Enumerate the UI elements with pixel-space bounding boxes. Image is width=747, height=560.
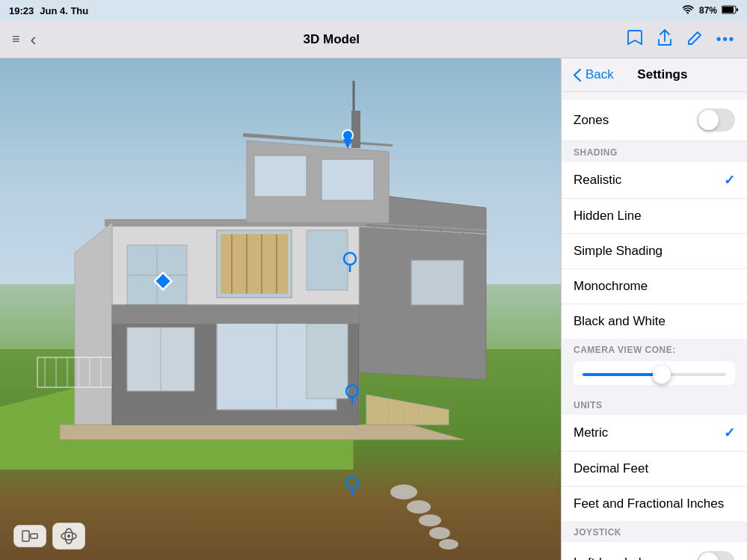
shading-realistic-check: ✓ <box>724 172 735 188</box>
camera-cone-slider[interactable] <box>582 373 726 376</box>
svg-marker-10 <box>75 223 112 432</box>
waypoint-3[interactable] <box>340 251 360 277</box>
svg-point-72 <box>346 477 358 489</box>
units-decimal-row[interactable]: Decimal Feet <box>562 452 747 487</box>
shading-bw-label: Black and White <box>574 314 665 329</box>
svg-rect-1 <box>722 7 734 13</box>
svg-rect-74 <box>22 531 29 541</box>
waypoint-5[interactable] <box>342 476 362 501</box>
svg-point-68 <box>344 253 356 265</box>
waypoint-2[interactable] <box>153 271 173 294</box>
shading-simpleshading-label: Simple Shading <box>574 244 663 259</box>
svg-point-78 <box>67 535 70 538</box>
units-metric-check: ✓ <box>724 425 735 441</box>
zones-row[interactable]: Zones <box>562 99 747 141</box>
svg-marker-45 <box>60 425 464 440</box>
settings-panel: Back Settings Zones SHADING Realistic ✓ … <box>561 58 747 560</box>
units-metric-row[interactable]: Metric ✓ <box>562 415 747 452</box>
waypoint-4[interactable] <box>342 384 362 409</box>
zones-toggle[interactable] <box>697 108 735 132</box>
svg-rect-2 <box>737 8 738 11</box>
lefthanded-label: Left-handed <box>574 556 642 561</box>
waypoint-1[interactable] <box>340 129 355 155</box>
shading-hiddenline-row[interactable]: Hidden Line <box>562 199 747 234</box>
svg-point-61 <box>407 500 431 514</box>
back-button[interactable]: Back <box>574 67 614 82</box>
pencil-icon[interactable] <box>686 30 703 49</box>
svg-point-65 <box>342 130 353 141</box>
shading-simpleshading-row[interactable]: Simple Shading <box>562 234 747 269</box>
svg-marker-59 <box>112 305 359 324</box>
shading-realistic-label: Realistic <box>574 173 621 188</box>
shading-monochrome-row[interactable]: Monochrome <box>562 269 747 304</box>
svg-marker-39 <box>366 395 449 425</box>
units-fractional-label: Feet and Fractional Inches <box>574 496 724 511</box>
svg-point-64 <box>439 539 458 550</box>
back-nav-button[interactable]: ‹ <box>31 29 37 50</box>
status-time: 19:23 <box>9 5 34 16</box>
share-icon[interactable] <box>657 29 673 50</box>
svg-marker-66 <box>343 139 352 149</box>
shading-realistic-row[interactable]: Realistic ✓ <box>562 162 747 199</box>
svg-rect-26 <box>254 156 307 197</box>
compass-button[interactable] <box>52 523 85 550</box>
lefthanded-toggle[interactable] <box>697 551 735 560</box>
back-label: Back <box>585 67 614 82</box>
wifi-icon <box>683 5 695 16</box>
zones-label: Zones <box>574 113 609 128</box>
settings-header: Back Settings <box>562 58 747 92</box>
svg-point-63 <box>429 527 450 539</box>
status-bar: 19:23 Jun 4. Thu 87% <box>0 0 747 21</box>
battery-level: 87% <box>699 5 717 16</box>
settings-title: Settings <box>620 67 705 82</box>
camera-cone-label: CAMERA VIEW CONE: <box>574 345 735 355</box>
units-section-header: UNITS <box>562 394 747 415</box>
page-title: 3D Model <box>304 32 360 47</box>
camera-cone-section: CAMERA VIEW CONE: <box>562 339 747 394</box>
svg-point-62 <box>419 514 441 526</box>
units-decimal-label: Decimal Feet <box>574 461 648 476</box>
status-day: Jun 4. Thu <box>40 5 88 16</box>
bookmark-icon[interactable] <box>627 29 643 50</box>
view-mode-button[interactable] <box>13 525 46 547</box>
svg-rect-67 <box>155 273 172 290</box>
svg-point-60 <box>390 484 417 499</box>
nav-bar: ≡ ‹ 3D Model ••• <box>0 21 747 58</box>
battery-icon <box>722 5 738 16</box>
shading-section-header: SHADING <box>562 141 747 162</box>
units-fractional-row[interactable]: Feet and Fractional Inches <box>562 487 747 521</box>
more-options-icon[interactable]: ••• <box>716 31 735 47</box>
units-metric-label: Metric <box>574 425 608 440</box>
lefthanded-row[interactable]: Left-handed <box>562 542 747 560</box>
3d-viewport[interactable] <box>0 58 561 560</box>
bottom-toolbar <box>13 523 85 550</box>
svg-rect-35 <box>411 260 464 305</box>
shading-monochrome-label: Monochrome <box>574 279 648 294</box>
svg-rect-58 <box>307 324 348 399</box>
shading-bw-row[interactable]: Black and White <box>562 304 747 339</box>
svg-rect-15 <box>221 234 288 294</box>
hamburger-button[interactable]: ≡ <box>12 31 20 47</box>
svg-rect-27 <box>322 159 374 200</box>
svg-rect-75 <box>31 534 37 538</box>
joystick-section-header: JOYSTICK <box>562 521 747 542</box>
shading-hiddenline-label: Hidden Line <box>574 209 642 224</box>
svg-point-70 <box>346 385 358 397</box>
